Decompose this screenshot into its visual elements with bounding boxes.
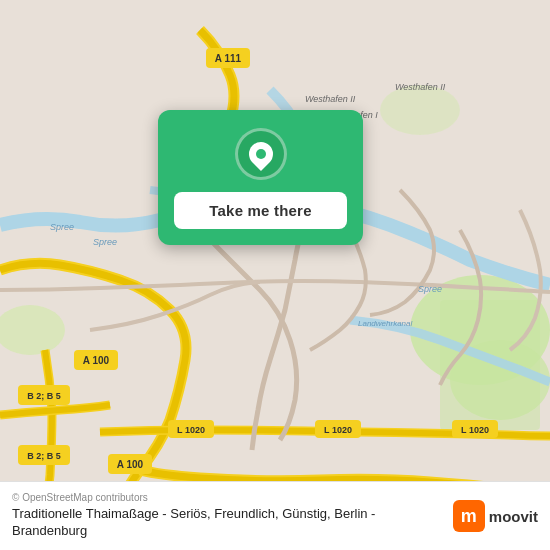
location-card: Take me there [158, 110, 363, 245]
svg-text:L 1020: L 1020 [324, 425, 352, 435]
svg-text:A 100: A 100 [117, 459, 144, 470]
svg-text:A 100: A 100 [83, 355, 110, 366]
moovit-icon: m [453, 500, 485, 532]
moovit-label: moovit [489, 508, 538, 525]
bottom-bar-text-area: © OpenStreetMap contributors Traditionel… [12, 492, 453, 540]
take-me-there-button[interactable]: Take me there [174, 192, 347, 229]
location-pin-icon [235, 128, 287, 180]
svg-rect-3 [440, 300, 540, 430]
svg-text:B 2; B 5: B 2; B 5 [27, 391, 61, 401]
svg-point-5 [380, 85, 460, 135]
map-background: A 111 A 100 A 100 B 2; B 5 B 2; B 5 L 10… [0, 0, 550, 550]
moovit-logo: m moovit [453, 500, 538, 532]
bottom-bar: © OpenStreetMap contributors Traditionel… [0, 481, 550, 550]
location-title: Traditionelle Thaimaßage - Seriös, Freun… [12, 506, 443, 540]
svg-text:A 111: A 111 [215, 53, 242, 64]
map-attribution: © OpenStreetMap contributors [12, 492, 443, 503]
svg-text:Spree: Spree [50, 222, 74, 232]
svg-text:Westhafen II: Westhafen II [305, 94, 356, 104]
svg-text:L 1020: L 1020 [461, 425, 489, 435]
map-container: A 111 A 100 A 100 B 2; B 5 B 2; B 5 L 10… [0, 0, 550, 550]
svg-text:L 1020: L 1020 [177, 425, 205, 435]
svg-text:Westhafen II: Westhafen II [395, 82, 446, 92]
svg-text:Spree: Spree [418, 284, 442, 294]
svg-text:B 2; B 5: B 2; B 5 [27, 451, 61, 461]
svg-text:Spree: Spree [93, 237, 117, 247]
svg-text:Landwehrkanal: Landwehrkanal [358, 319, 412, 328]
